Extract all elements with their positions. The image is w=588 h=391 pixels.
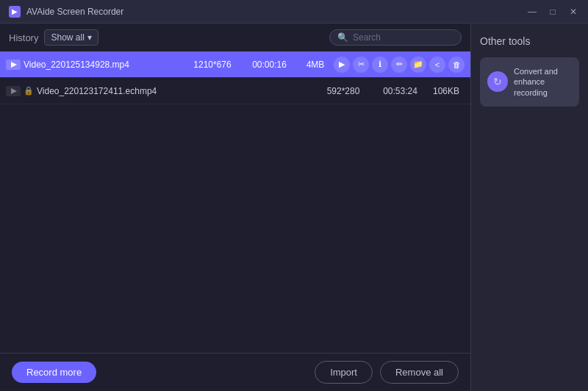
chevron-down-icon: ▾ xyxy=(87,32,92,43)
file-size: 106KB xyxy=(428,86,465,96)
folder-button[interactable]: 📁 xyxy=(410,57,426,73)
close-button[interactable]: ✕ xyxy=(564,4,582,19)
maximize-button[interactable]: □ xyxy=(544,4,562,19)
file-list: Video_220125134928.mp4 1210*676 00:00:16… xyxy=(0,51,470,353)
table-row[interactable]: Video_220125134928.mp4 1210*676 00:00:16… xyxy=(0,51,470,78)
left-panel: History Show all ▾ 🔍 Video_220125 xyxy=(0,24,470,391)
title-bar: ▶ AVAide Screen Recorder — □ ✕ xyxy=(0,0,588,24)
file-actions: ▶ ✂ ℹ ✏ 📁 < 🗑 xyxy=(334,57,465,73)
convert-enhance-card[interactable]: ↻ Convert and enhance recording xyxy=(480,57,579,107)
app-icon: ▶ xyxy=(9,6,21,18)
video-thumb-icon xyxy=(6,57,21,72)
file-name: Video_220123172411.echmp4 xyxy=(37,86,314,96)
main-content: History Show all ▾ 🔍 Video_220125 xyxy=(0,24,588,391)
file-resolution: 1210*676 xyxy=(183,60,242,70)
file-name: Video_220125134928.mp4 xyxy=(24,60,183,70)
info-button[interactable]: ℹ xyxy=(372,57,388,73)
table-row[interactable]: 🔒 Video_220123172411.echmp4 592*280 00:5… xyxy=(0,78,470,104)
delete-button[interactable]: 🗑 xyxy=(448,57,465,73)
minimize-button[interactable]: — xyxy=(523,4,541,19)
right-panel: Other tools ↻ Convert and enhance record… xyxy=(470,24,588,391)
convert-enhance-label: Convert and enhance recording xyxy=(514,66,572,98)
remove-all-button[interactable]: Remove all xyxy=(380,361,459,384)
file-size: 4MB xyxy=(297,60,334,70)
share-button[interactable]: < xyxy=(429,57,445,73)
file-resolution: 592*280 xyxy=(314,86,373,96)
play-button[interactable]: ▶ xyxy=(334,57,350,73)
import-button[interactable]: Import xyxy=(315,361,373,384)
toolbar: History Show all ▾ 🔍 xyxy=(0,24,470,51)
bottom-right-buttons: Import Remove all xyxy=(315,361,459,384)
convert-enhance-icon: ↻ xyxy=(487,71,508,92)
window-controls: — □ ✕ xyxy=(523,4,582,19)
cut-button[interactable]: ✂ xyxy=(353,57,369,73)
history-option: Show all xyxy=(51,32,84,43)
search-icon: 🔍 xyxy=(337,32,348,43)
search-input[interactable] xyxy=(353,32,453,43)
edit-button[interactable]: ✏ xyxy=(391,57,407,73)
file-duration: 00:00:16 xyxy=(242,60,297,70)
app-title: AVAide Screen Recorder xyxy=(26,7,123,17)
lock-icon: 🔒 xyxy=(24,86,34,96)
history-label: History xyxy=(9,32,38,43)
search-box[interactable]: 🔍 xyxy=(329,29,462,46)
bottom-bar: Record more Import Remove all xyxy=(0,353,470,391)
video-thumb-icon xyxy=(6,84,21,98)
file-duration: 00:53:24 xyxy=(373,86,428,96)
record-more-button[interactable]: Record more xyxy=(12,362,96,383)
title-bar-left: ▶ AVAide Screen Recorder xyxy=(9,6,123,18)
history-dropdown[interactable]: Show all ▾ xyxy=(44,29,98,46)
other-tools-title: Other tools xyxy=(480,35,579,47)
